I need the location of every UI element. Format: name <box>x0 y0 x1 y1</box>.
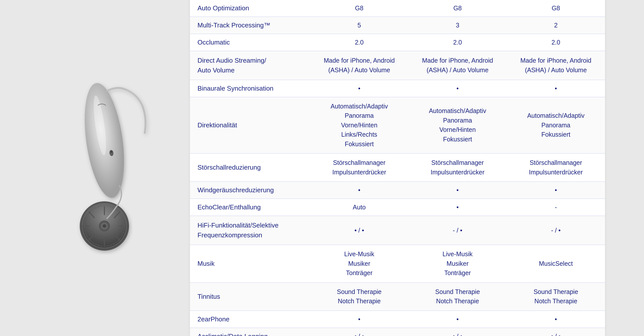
feature-cell: Acclimatic/Data Logging <box>190 328 310 336</box>
value-cell-col_8: Made for iPhone, Android(ASHA) / Auto Vo… <box>507 51 605 80</box>
value-cell-col_16: Live-MusikMusikerTonträger <box>310 245 409 283</box>
value-cell-col_16: 2.0 <box>310 34 409 51</box>
feature-cell: 2earPhone <box>190 311 310 328</box>
svg-point-3 <box>110 151 112 153</box>
table-row: Occlumatic2.02.02.0 <box>190 34 605 51</box>
value-cell-col_12: Made for iPhone, Android(ASHA) / Auto Vo… <box>408 51 507 80</box>
value-cell-col_16: 5 <box>310 17 409 34</box>
feature-cell: Occlumatic <box>190 34 310 51</box>
feature-cell: Windgeräuschreduzierung <box>190 182 310 199</box>
value-cell-col_12: • / • <box>408 328 507 336</box>
value-cell-col_8: Sound TherapieNotch Therapie <box>507 282 605 311</box>
feature-cell: Auto Optimization <box>190 0 310 17</box>
value-cell-col_8: • / • <box>507 328 605 336</box>
value-cell-col_12: G8 <box>408 0 507 17</box>
value-cell-col_8: 2 <box>507 17 605 34</box>
feature-cell: Direct Audio Streaming/Auto Volume <box>190 51 310 80</box>
value-cell-col_16: StörschallmanagerImpulsunterdrücker <box>310 154 409 182</box>
feature-cell: Direktionalität <box>190 97 310 154</box>
feature-cell: Störschallreduzierung <box>190 154 310 182</box>
feature-cell: Tinnitus <box>190 282 310 311</box>
value-cell-col_16: • <box>310 311 409 328</box>
feature-cell: HiFi-Funktionalität/SelektiveFrequenzkom… <box>190 216 310 245</box>
value-cell-col_8: StörschallmanagerImpulsunterdrücker <box>507 154 605 182</box>
table-row: MusikLive-MusikMusikerTonträgerLive-Musi… <box>190 245 605 283</box>
value-cell-col_12: • <box>408 182 507 199</box>
value-cell-col_12: • <box>408 80 507 97</box>
table-row: Windgeräuschreduzierung••• <box>190 182 605 199</box>
table-row: Auto OptimizationG8G8G8 <box>190 0 605 17</box>
comparison-table: Funktionen/Tech Level 16 12 8 Signal-/Fr… <box>190 0 605 336</box>
table-row: EchoClear/EnthallungAuto•- <box>190 199 605 216</box>
value-cell-col_16: • <box>310 80 409 97</box>
value-cell-col_16: • / • <box>310 328 409 336</box>
table-row: Multi-Track Processing™532 <box>190 17 605 34</box>
value-cell-col_16: G8 <box>310 0 409 17</box>
value-cell-col_8: 2.0 <box>507 34 605 51</box>
value-cell-col_8: • <box>507 311 605 328</box>
feature-cell: EchoClear/Enthallung <box>190 199 310 216</box>
table-row: DirektionalitätAutomatisch/AdaptivPanora… <box>190 97 605 154</box>
feature-cell: Musik <box>190 245 310 283</box>
table-row: Direct Audio Streaming/Auto VolumeMade f… <box>190 51 605 80</box>
table-row: TinnitusSound TherapieNotch TherapieSoun… <box>190 282 605 311</box>
value-cell-col_12: StörschallmanagerImpulsunterdrücker <box>408 154 507 182</box>
value-cell-col_8: - <box>507 199 605 216</box>
value-cell-col_12: Live-MusikMusikerTonträger <box>408 245 507 283</box>
value-cell-col_12: - / • <box>408 216 507 245</box>
table-row: 2earPhone••• <box>190 311 605 328</box>
table-row: HiFi-Funktionalität/SelektiveFrequenzkom… <box>190 216 605 245</box>
value-cell-col_12: 2.0 <box>408 34 507 51</box>
table-row: Acclimatic/Data Logging• / •• / •• / • <box>190 328 605 336</box>
svg-point-17 <box>103 224 106 228</box>
value-cell-col_16: Automatisch/AdaptivPanoramaVorne/HintenL… <box>310 97 409 154</box>
value-cell-col_8: • <box>507 80 605 97</box>
page-container: Funktionen/Tech Level 16 12 8 Signal-/Fr… <box>0 0 644 336</box>
feature-cell: Binaurale Synchronisation <box>190 80 310 97</box>
value-cell-col_8: - / • <box>507 216 605 245</box>
value-cell-col_8: • <box>507 182 605 199</box>
value-cell-col_12: Automatisch/AdaptivPanoramaVorne/HintenF… <box>408 97 507 154</box>
value-cell-col_16: Sound TherapieNotch Therapie <box>310 282 409 311</box>
hearing-aid-image <box>39 55 170 281</box>
value-cell-col_16: • / • <box>310 216 409 245</box>
table-row: Binaurale Synchronisation••• <box>190 80 605 97</box>
value-cell-col_12: Sound TherapieNotch Therapie <box>408 282 507 311</box>
feature-cell: Multi-Track Processing™ <box>190 17 310 34</box>
value-cell-col_8: G8 <box>507 0 605 17</box>
value-cell-col_16: Made for iPhone, Android(ASHA) / Auto Vo… <box>310 51 409 80</box>
table-row: StörschallreduzierungStörschallmanagerIm… <box>190 154 605 182</box>
value-cell-col_12: • <box>408 311 507 328</box>
value-cell-col_8: Automatisch/AdaptivPanoramaFokussiert <box>507 97 605 154</box>
value-cell-col_12: 3 <box>408 17 507 34</box>
value-cell-col_8: MusicSelect <box>507 245 605 283</box>
value-cell-col_16: Auto <box>310 199 409 216</box>
value-cell-col_16: • <box>310 182 409 199</box>
value-cell-col_12: • <box>408 199 507 216</box>
